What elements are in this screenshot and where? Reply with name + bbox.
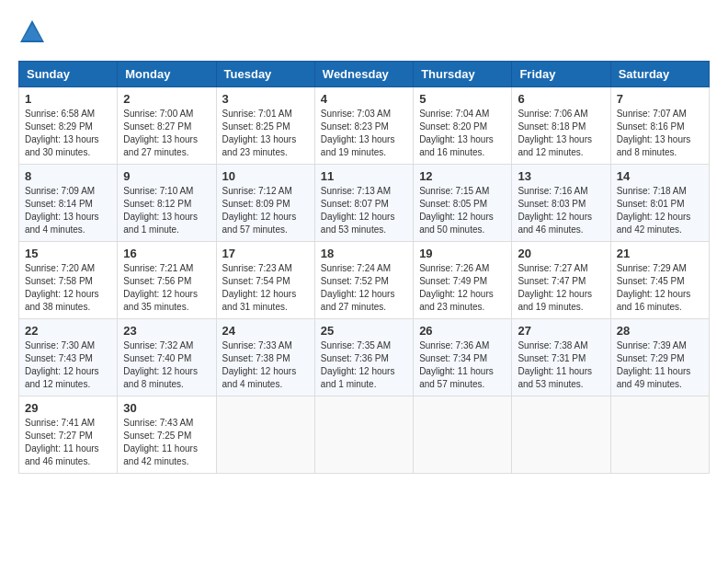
day-info: Sunrise: 6:58 AMSunset: 8:29 PMDaylight:… xyxy=(25,108,111,159)
day-number: 27 xyxy=(518,324,604,338)
table-row: 25Sunrise: 7:35 AMSunset: 7:36 PMDayligh… xyxy=(314,319,413,396)
column-header-monday: Monday xyxy=(118,62,216,87)
calendar-week-row: 22Sunrise: 7:30 AMSunset: 7:43 PMDayligh… xyxy=(19,319,710,396)
table-row: 7Sunrise: 7:07 AMSunset: 8:16 PMDaylight… xyxy=(610,87,709,165)
table-row: 1Sunrise: 6:58 AMSunset: 8:29 PMDaylight… xyxy=(19,87,118,165)
day-number: 6 xyxy=(518,92,604,106)
table-row: 24Sunrise: 7:33 AMSunset: 7:38 PMDayligh… xyxy=(216,319,314,396)
table-row: 5Sunrise: 7:04 AMSunset: 8:20 PMDaylight… xyxy=(414,87,512,165)
day-number: 8 xyxy=(25,169,111,183)
day-info: Sunrise: 7:10 AMSunset: 8:12 PMDaylight:… xyxy=(123,185,210,236)
day-info: Sunrise: 7:03 AMSunset: 8:23 PMDaylight:… xyxy=(321,108,407,159)
calendar-week-row: 1Sunrise: 6:58 AMSunset: 8:29 PMDaylight… xyxy=(19,87,710,165)
table-row xyxy=(314,396,413,474)
calendar-header-row: SundayMondayTuesdayWednesdayThursdayFrid… xyxy=(19,62,710,87)
day-number: 25 xyxy=(321,324,407,338)
day-number: 13 xyxy=(518,169,604,183)
day-info: Sunrise: 7:06 AMSunset: 8:18 PMDaylight:… xyxy=(518,108,604,159)
table-row: 23Sunrise: 7:32 AMSunset: 7:40 PMDayligh… xyxy=(118,319,216,396)
column-header-thursday: Thursday xyxy=(414,62,512,87)
day-info: Sunrise: 7:33 AMSunset: 7:38 PMDaylight:… xyxy=(222,339,309,391)
day-number: 11 xyxy=(321,169,407,183)
table-row: 9Sunrise: 7:10 AMSunset: 8:12 PMDaylight… xyxy=(118,165,216,242)
day-number: 16 xyxy=(123,247,210,260)
column-header-tuesday: Tuesday xyxy=(216,62,314,87)
day-number: 19 xyxy=(419,247,506,260)
table-row: 4Sunrise: 7:03 AMSunset: 8:23 PMDaylight… xyxy=(314,87,413,165)
day-number: 26 xyxy=(419,324,506,338)
day-info: Sunrise: 7:43 AMSunset: 7:25 PMDaylight:… xyxy=(123,417,210,468)
table-row: 18Sunrise: 7:24 AMSunset: 7:52 PMDayligh… xyxy=(314,242,413,319)
day-info: Sunrise: 7:04 AMSunset: 8:20 PMDaylight:… xyxy=(419,108,506,159)
column-header-saturday: Saturday xyxy=(610,62,709,87)
calendar-week-row: 8Sunrise: 7:09 AMSunset: 8:14 PMDaylight… xyxy=(19,165,710,242)
table-row: 6Sunrise: 7:06 AMSunset: 8:18 PMDaylight… xyxy=(512,87,610,165)
day-info: Sunrise: 7:27 AMSunset: 7:47 PMDaylight:… xyxy=(518,262,604,314)
day-number: 24 xyxy=(222,324,309,338)
table-row: 20Sunrise: 7:27 AMSunset: 7:47 PMDayligh… xyxy=(512,242,610,319)
table-row: 27Sunrise: 7:38 AMSunset: 7:31 PMDayligh… xyxy=(512,319,610,396)
column-header-friday: Friday xyxy=(512,62,610,87)
day-number: 7 xyxy=(617,92,703,106)
column-header-sunday: Sunday xyxy=(19,62,118,87)
calendar-week-row: 15Sunrise: 7:20 AMSunset: 7:58 PMDayligh… xyxy=(19,242,710,319)
table-row: 3Sunrise: 7:01 AMSunset: 8:25 PMDaylight… xyxy=(216,87,314,165)
page-header xyxy=(18,18,710,46)
table-row: 16Sunrise: 7:21 AMSunset: 7:56 PMDayligh… xyxy=(118,242,216,319)
day-number: 5 xyxy=(419,92,506,106)
table-row xyxy=(512,396,610,474)
day-number: 14 xyxy=(617,169,703,183)
day-number: 22 xyxy=(25,324,111,338)
day-info: Sunrise: 7:29 AMSunset: 7:45 PMDaylight:… xyxy=(617,262,703,314)
day-number: 20 xyxy=(518,247,604,260)
day-number: 2 xyxy=(123,92,210,106)
column-header-wednesday: Wednesday xyxy=(314,62,413,87)
svg-marker-1 xyxy=(22,24,42,40)
day-info: Sunrise: 7:00 AMSunset: 8:27 PMDaylight:… xyxy=(123,108,210,159)
day-info: Sunrise: 7:38 AMSunset: 7:31 PMDaylight:… xyxy=(518,339,604,391)
day-info: Sunrise: 7:32 AMSunset: 7:40 PMDaylight:… xyxy=(123,339,210,391)
table-row: 19Sunrise: 7:26 AMSunset: 7:49 PMDayligh… xyxy=(414,242,512,319)
table-row: 30Sunrise: 7:43 AMSunset: 7:25 PMDayligh… xyxy=(118,396,216,474)
day-info: Sunrise: 7:21 AMSunset: 7:56 PMDaylight:… xyxy=(123,262,210,314)
logo xyxy=(18,18,50,46)
day-number: 12 xyxy=(419,169,506,183)
calendar-table: SundayMondayTuesdayWednesdayThursdayFrid… xyxy=(18,61,710,474)
day-number: 28 xyxy=(617,324,703,338)
day-number: 29 xyxy=(25,401,111,415)
day-info: Sunrise: 7:12 AMSunset: 8:09 PMDaylight:… xyxy=(222,185,309,236)
day-info: Sunrise: 7:01 AMSunset: 8:25 PMDaylight:… xyxy=(222,108,309,159)
day-number: 3 xyxy=(222,92,309,106)
day-info: Sunrise: 7:36 AMSunset: 7:34 PMDaylight:… xyxy=(419,339,506,391)
table-row: 17Sunrise: 7:23 AMSunset: 7:54 PMDayligh… xyxy=(216,242,314,319)
day-info: Sunrise: 7:23 AMSunset: 7:54 PMDaylight:… xyxy=(222,262,309,314)
day-info: Sunrise: 7:39 AMSunset: 7:29 PMDaylight:… xyxy=(617,339,703,391)
table-row: 21Sunrise: 7:29 AMSunset: 7:45 PMDayligh… xyxy=(610,242,709,319)
day-number: 1 xyxy=(25,92,111,106)
table-row: 10Sunrise: 7:12 AMSunset: 8:09 PMDayligh… xyxy=(216,165,314,242)
day-number: 9 xyxy=(123,169,210,183)
table-row: 28Sunrise: 7:39 AMSunset: 7:29 PMDayligh… xyxy=(610,319,709,396)
day-info: Sunrise: 7:41 AMSunset: 7:27 PMDaylight:… xyxy=(25,417,111,468)
day-info: Sunrise: 7:26 AMSunset: 7:49 PMDaylight:… xyxy=(419,262,506,314)
day-number: 15 xyxy=(25,247,111,260)
day-info: Sunrise: 7:35 AMSunset: 7:36 PMDaylight:… xyxy=(321,339,407,391)
day-number: 10 xyxy=(222,169,309,183)
table-row xyxy=(414,396,512,474)
table-row: 26Sunrise: 7:36 AMSunset: 7:34 PMDayligh… xyxy=(414,319,512,396)
table-row: 12Sunrise: 7:15 AMSunset: 8:05 PMDayligh… xyxy=(414,165,512,242)
day-info: Sunrise: 7:24 AMSunset: 7:52 PMDaylight:… xyxy=(321,262,407,314)
table-row: 14Sunrise: 7:18 AMSunset: 8:01 PMDayligh… xyxy=(610,165,709,242)
day-info: Sunrise: 7:15 AMSunset: 8:05 PMDaylight:… xyxy=(419,185,506,236)
day-info: Sunrise: 7:20 AMSunset: 7:58 PMDaylight:… xyxy=(25,262,111,314)
table-row: 2Sunrise: 7:00 AMSunset: 8:27 PMDaylight… xyxy=(118,87,216,165)
day-number: 30 xyxy=(123,401,210,415)
table-row: 8Sunrise: 7:09 AMSunset: 8:14 PMDaylight… xyxy=(19,165,118,242)
day-info: Sunrise: 7:18 AMSunset: 8:01 PMDaylight:… xyxy=(617,185,703,236)
day-number: 23 xyxy=(123,324,210,338)
day-info: Sunrise: 7:16 AMSunset: 8:03 PMDaylight:… xyxy=(518,185,604,236)
table-row: 13Sunrise: 7:16 AMSunset: 8:03 PMDayligh… xyxy=(512,165,610,242)
day-info: Sunrise: 7:09 AMSunset: 8:14 PMDaylight:… xyxy=(25,185,111,236)
table-row xyxy=(610,396,709,474)
day-number: 4 xyxy=(321,92,407,106)
